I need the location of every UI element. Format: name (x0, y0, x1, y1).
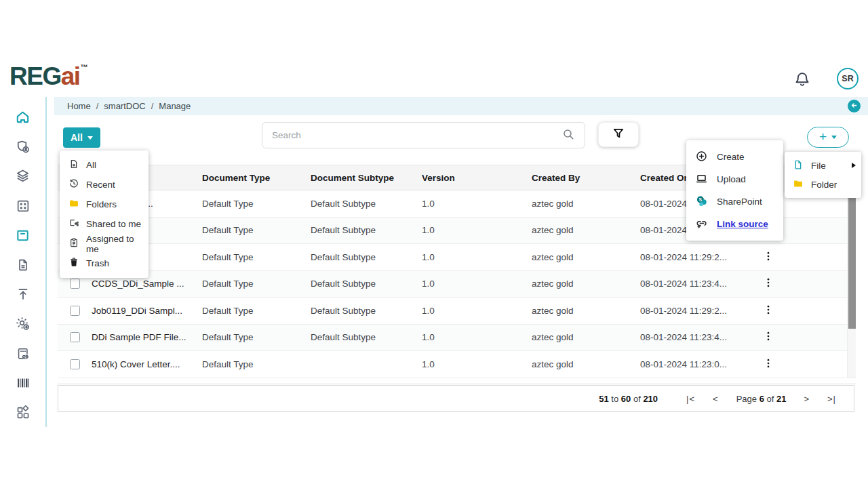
menu-item-create[interactable]: Create (686, 146, 783, 168)
cell-subtype: Default Subtype (311, 199, 422, 209)
cell-created-on: 08-01-2024 11:29:2... (640, 306, 761, 316)
table-row[interactable]: CCDS_DDi_Sample ... Default Type Default… (58, 271, 856, 298)
breadcrumb-smartdoc[interactable]: smartDOC (104, 101, 145, 111)
cell-created-on: 08-01-2024 11:23:4... (640, 332, 761, 342)
cell-created-by: aztec gold (532, 332, 640, 342)
link-plus-icon (695, 217, 708, 232)
sidebar-item-doc-link[interactable] (0, 339, 45, 369)
menu-item-label: All (86, 160, 96, 170)
cell-type: Default Type (202, 279, 311, 289)
search-input[interactable] (272, 130, 561, 140)
svg-text:S: S (699, 197, 703, 201)
menu-item-assigned-to-me[interactable]: Assigned to me (60, 234, 149, 253)
menu-item-label: Recent (86, 180, 115, 190)
avatar[interactable]: SR (837, 68, 859, 89)
cell-subtype: Default Subtype (311, 225, 422, 235)
last-page-button[interactable]: >| (827, 394, 836, 404)
cell-subtype: Default Subtype (311, 332, 422, 342)
logo-accent: ai (61, 62, 80, 90)
folder-icon (793, 178, 804, 191)
sidebar-item-admin[interactable] (0, 132, 45, 162)
cell-created-on: 08-01-2024 11:23:4... (640, 279, 761, 289)
range-from: 51 (599, 394, 608, 404)
page-current: 6 (760, 394, 764, 404)
sidebar-item-upload[interactable] (0, 280, 45, 310)
submenu-item-file[interactable]: File (785, 156, 861, 175)
cell-created-on: 08-01-2024 11:29:2... (640, 252, 761, 262)
sidebar-item-components[interactable] (0, 398, 45, 428)
document-link-icon (16, 346, 31, 361)
back-button[interactable] (848, 100, 861, 113)
cell-type: Default Type (202, 199, 311, 209)
menu-item-all[interactable]: All (60, 155, 149, 175)
cell-version: 1.0 (422, 252, 532, 262)
cell-type: Default Type (202, 306, 311, 316)
logo-primary: REG (9, 62, 61, 90)
range-to-word: to (611, 394, 618, 404)
menu-item-label: Folders (86, 199, 117, 209)
menu-item-trash[interactable]: Trash (60, 253, 149, 273)
menu-item-folders[interactable]: Folders (60, 195, 149, 214)
kebab-icon[interactable] (764, 357, 773, 371)
history-icon (68, 178, 79, 191)
sidebar-item-documents[interactable] (0, 220, 45, 250)
row-checkbox[interactable] (70, 306, 80, 316)
menu-item-recent[interactable]: Recent (60, 175, 149, 195)
sidebar-item-home[interactable] (0, 102, 45, 132)
row-checkbox[interactable] (70, 332, 80, 342)
breadcrumb: Home / smartDOC / Manage (54, 97, 868, 115)
prev-page-button[interactable]: < (713, 394, 719, 404)
filter-button[interactable] (598, 122, 639, 147)
breadcrumb-home[interactable]: Home (67, 101, 91, 111)
table-row[interactable]: Job0119_DDi Sampl... Default Type Defaul… (58, 298, 856, 325)
sidebar-item-barcode[interactable] (0, 368, 45, 398)
kebab-icon[interactable] (764, 304, 773, 318)
first-page-button[interactable]: |< (686, 394, 695, 404)
cell-type: Default Type (202, 359, 311, 369)
sidebar-item-layers[interactable] (0, 161, 45, 191)
settings-gear-icon (15, 316, 31, 331)
pagination-controls: |< < Page 6 of 21 > >| (686, 394, 836, 404)
table-scrollbar[interactable] (847, 191, 856, 378)
column-header-type[interactable]: Document Type (202, 173, 311, 183)
menu-item-link-source[interactable]: Link source (686, 213, 783, 235)
menu-item-shared-to-me[interactable]: Shared to me (60, 214, 149, 234)
next-page-button[interactable]: > (804, 394, 810, 404)
menu-item-sharepoint[interactable]: S SharePoint (686, 190, 783, 213)
funnel-icon (612, 127, 625, 143)
kebab-icon[interactable] (764, 330, 773, 344)
breadcrumb-manage[interactable]: Manage (159, 101, 191, 111)
cell-name: Job0119_DDi Sampl... (92, 306, 202, 316)
kebab-icon[interactable] (764, 277, 773, 291)
sidebar-item-apps[interactable] (0, 191, 45, 221)
menu-item-label[interactable]: Link source (717, 219, 768, 229)
kebab-icon[interactable] (764, 250, 773, 264)
home-icon (15, 109, 31, 125)
table-row[interactable]: DDi Sample PDF File... Default Type Defa… (58, 325, 856, 352)
menu-item-label: SharePoint (717, 197, 762, 207)
shield-user-icon (15, 139, 31, 155)
submenu-item-folder[interactable]: Folder (785, 175, 861, 194)
row-checkbox[interactable] (70, 279, 80, 289)
cell-version: 1.0 (422, 332, 532, 342)
column-header-subtype[interactable]: Document Subtype (311, 173, 422, 183)
row-checkbox[interactable] (70, 359, 80, 369)
table-row[interactable]: 510(k) Cover Letter.... Default Type 1.0… (58, 351, 856, 378)
barcode-icon (16, 375, 31, 390)
menu-item-label: Upload (717, 174, 746, 184)
scrollbar-thumb[interactable] (848, 195, 856, 329)
menu-item-upload[interactable]: Upload (686, 168, 783, 190)
sidebar-item-settings[interactable] (0, 309, 45, 339)
column-header-version[interactable]: Version (422, 173, 532, 183)
notifications-button[interactable] (793, 70, 811, 89)
scope-filter-button[interactable]: All (63, 127, 100, 148)
scope-dropdown-menu: All Recent Folders Shared to me Assigned… (60, 150, 149, 278)
search-icon[interactable] (561, 127, 575, 144)
app-logo: REGai™ (9, 64, 88, 89)
sidebar (0, 97, 47, 427)
page-total: 21 (776, 394, 786, 404)
column-header-created-by[interactable]: Created By (532, 173, 640, 183)
add-button[interactable]: + (807, 127, 849, 148)
table-row[interactable]: CCDS_DDi... Default Type Default Subtype… (58, 244, 856, 271)
sidebar-item-files[interactable] (0, 250, 45, 280)
